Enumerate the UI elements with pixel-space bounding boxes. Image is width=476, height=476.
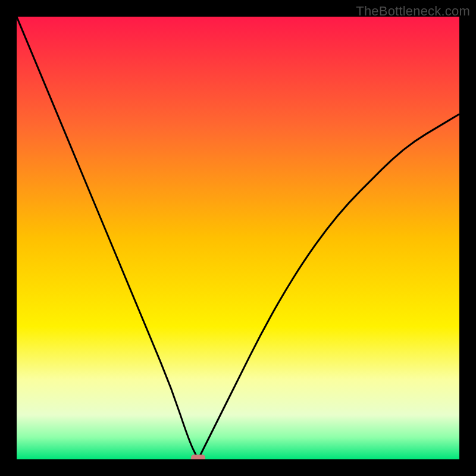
gradient-bg xyxy=(17,17,459,459)
chart-container: TheBottleneck.com xyxy=(0,0,476,476)
plot-area xyxy=(17,17,459,459)
watermark-text: TheBottleneck.com xyxy=(356,4,470,19)
vertex-marker xyxy=(191,455,205,459)
chart-svg xyxy=(17,17,459,459)
